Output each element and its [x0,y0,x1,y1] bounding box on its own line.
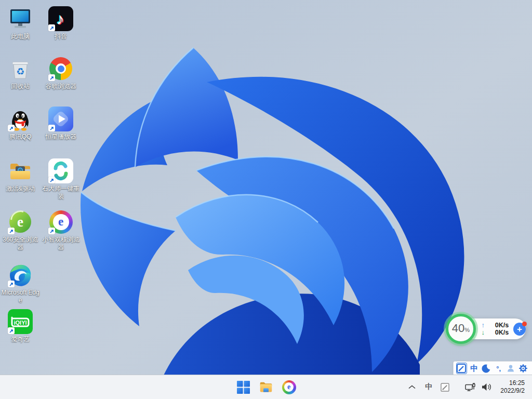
ime-account-button[interactable] [506,363,516,374]
person-icon [506,364,515,373]
widget-plus-button[interactable]: + [513,323,526,336]
desktop-icon-douyin[interactable]: ♪ ♪ ♪ 抖音 [41,6,81,41]
desktop-icon-edge[interactable]: Microsoft Edge [0,262,41,304]
shortcut-arrow-icon [8,228,15,234]
shortcut-arrow-icon [48,24,55,31]
system-tray: 中 16:25 2022/9/2 [406,375,532,399]
tray-ime-mode[interactable]: 中 [422,378,435,396]
shortcut-arrow-icon [48,228,55,234]
desktop-icon-label: 谷歌浏览器 [41,83,81,90]
speed-arrows: ↑ ↓ [479,322,487,336]
start-button[interactable] [233,377,254,397]
memory-percent: 40 [452,316,464,340]
memory-usage-ball[interactable]: 40% [446,314,476,344]
gear-icon [518,364,528,373]
browser-e-button[interactable]: e [278,377,299,397]
clock-date: 2022/9/2 [500,387,525,395]
clock-time: 16:25 [500,379,525,387]
svg-text:♪: ♪ [57,10,64,28]
tray-overflow-chevron[interactable] [406,378,418,396]
desktop-icon-shidashi[interactable]: 石大师一键重装 [41,158,81,201]
desktop-icon-iqiyi[interactable]: iQIYI 爱奇艺 [0,309,41,343]
shortcut-arrow-icon [48,177,55,183]
desktop-icon-chrome[interactable]: 谷歌浏览器 [41,56,81,90]
desktop-icon-label: 此电脑 [0,33,41,41]
ime-pen-gray-icon [441,383,449,392]
desktop-icon-label: 激活&驱动 [0,185,41,193]
tray-ime-logo[interactable] [438,378,452,396]
shidashi-icon [48,158,73,183]
shortcut-arrow-icon [8,327,15,334]
download-arrow-icon: ↓ [479,329,487,336]
plus-icon: + [517,325,522,334]
star-player-icon [48,107,73,131]
ime-chinese-mode-button[interactable]: 中 [470,363,480,374]
desktop-icon-label: 抖音 [41,33,81,41]
desktop-icon-label: 爱奇艺 [0,336,41,343]
desktop-icon-label: 石大师一键重装 [41,185,81,201]
desktop-icon-recycle-bin[interactable]: ♻ 回收站 [0,56,41,90]
qq-penguin-icon [8,107,33,131]
svg-text:♻: ♻ [16,66,24,77]
moon-icon [482,364,491,373]
file-explorer-button[interactable] [256,377,276,397]
download-speed: 0K/s [487,329,509,336]
taskbar: e 中 16:25 2022/9/2 [0,375,532,399]
desktop-icon-label: 小智双核浏览器 [41,236,81,251]
chevron-up-icon [408,385,416,389]
desktop-icon-xiaozhi-browser[interactable]: e 小智双核浏览器 [41,209,81,251]
ime-logo-button[interactable] [456,363,467,374]
desktop-icon-activation-driver[interactable]: 激活&驱动 [0,158,41,193]
iqiyi-icon: iQIYI [8,309,33,334]
360-browser-icon: e [8,209,33,234]
ime-fullwidth-moon-button[interactable] [482,363,491,374]
folder-icon [258,379,274,395]
windows-desktop: 此电脑 ♪ ♪ ♪ 抖音 ♻ 回收站 谷歌浏览器 [0,0,532,399]
ethernet-icon [465,382,476,392]
upload-arrow-icon: ↑ [479,322,487,329]
desktop-icon-label: 恒星播放器 [41,133,81,141]
tray-clock[interactable]: 16:25 2022/9/2 [498,377,527,397]
desktop-icon-qq[interactable]: 腾讯QQ [0,107,41,141]
recycle-bin-icon: ♻ [8,56,33,81]
shortcut-arrow-icon [48,74,55,81]
svg-text:iQIYI: iQIYI [14,320,26,326]
speaker-icon [481,382,491,392]
edge-icon [8,262,33,287]
chrome-icon [48,56,73,81]
tray-volume-button[interactable] [478,378,494,396]
douyin-icon: ♪ ♪ ♪ [48,6,73,31]
speed-values: 0K/s 0K/s [487,322,509,336]
shortcut-arrow-icon [8,125,15,131]
ime-pen-icon [457,364,466,373]
ime-toolbar: 中 °, [453,361,532,376]
browser-e-icon: e [282,380,296,394]
ime-punctuation-button[interactable]: °, [494,363,504,374]
taskbar-center-icons: e [233,375,299,399]
tray-network-button[interactable] [462,378,478,396]
xiaozhi-browser-icon: e [48,209,73,234]
desktop-icon-label: 回收站 [0,83,41,90]
this-pc-icon [8,6,33,31]
shortcut-arrow-icon [48,125,55,131]
ime-settings-button[interactable] [518,363,528,374]
notification-dot [522,322,527,326]
shortcut-arrow-icon [8,281,15,287]
desktop-icon-this-pc[interactable]: 此电脑 [0,6,41,41]
desktop-icon-star-player[interactable]: 恒星播放器 [41,107,81,141]
desktop-icon-360-browser[interactable]: e 360安全浏览器 [0,209,41,251]
svg-text:e: e [17,214,23,230]
desktop-icon-label: Microsoft Edge [0,289,41,304]
windows-logo-icon [237,381,250,394]
desktop-icon-label: 360安全浏览器 [0,236,41,251]
driver-folder-icon [8,158,33,183]
upload-speed: 0K/s [487,322,509,329]
desktop-icon-label: 腾讯QQ [0,133,41,141]
